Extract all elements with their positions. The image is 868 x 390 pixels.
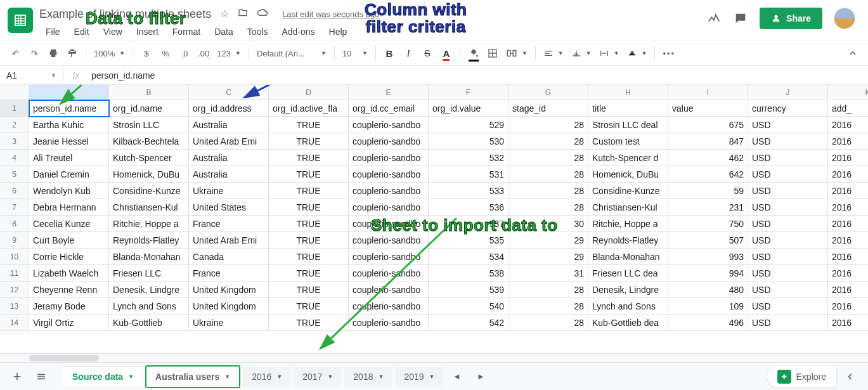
data-cell[interactable]: couplerio-sandbo (349, 133, 429, 150)
increase-decimals-button[interactable]: .00→ (195, 44, 212, 62)
data-cell[interactable]: USD (748, 133, 828, 150)
account-avatar[interactable] (834, 8, 855, 29)
data-cell[interactable]: Curt Boyle (29, 232, 109, 249)
data-cell[interactable]: couplerio-sandbo (349, 265, 429, 282)
data-cell[interactable]: 496 (668, 315, 748, 331)
data-cell[interactable]: TRUE (269, 232, 349, 249)
data-cell[interactable]: 530 (429, 133, 508, 150)
data-cell[interactable]: TRUE (269, 117, 349, 133)
data-cell[interactable]: 750 (668, 216, 748, 232)
menu-edit[interactable]: Edit (68, 24, 96, 39)
data-cell[interactable]: Reynolds-Flatley (588, 232, 668, 249)
data-cell[interactable]: Ukraine (189, 315, 269, 331)
data-cell[interactable]: TRUE (269, 199, 349, 216)
data-cell[interactable]: USD (748, 199, 828, 216)
data-cell[interactable]: couplerio-sandbo (349, 117, 429, 133)
data-cell[interactable]: 2016 (828, 298, 868, 315)
data-cell[interactable]: Christiansen-Kul (588, 199, 668, 216)
data-cell[interactable]: Cheyenne Renn (29, 282, 109, 298)
data-cell[interactable]: 109 (668, 298, 748, 315)
column-header[interactable]: B (109, 85, 189, 100)
data-cell[interactable]: USD (748, 150, 828, 166)
data-cell[interactable]: couplerio-sandbo (349, 282, 429, 298)
data-cell[interactable]: 535 (429, 232, 508, 249)
data-cell[interactable]: 2016 (828, 249, 868, 265)
menu-format[interactable]: Format (166, 24, 207, 39)
row-header[interactable]: 4 (0, 150, 29, 166)
data-cell[interactable]: Kub-Gottlieb (109, 315, 189, 331)
paint-format-button[interactable] (63, 44, 81, 62)
document-title[interactable]: Example of linking multiple sheets (39, 8, 211, 21)
name-box[interactable]: A1 ▼ (0, 66, 63, 85)
collapse-toolbar-button[interactable] (844, 44, 862, 62)
menu-view[interactable]: View (97, 24, 129, 39)
data-cell[interactable]: couplerio-sandbo (349, 298, 429, 315)
menu-data[interactable]: Data (208, 24, 240, 39)
data-cell[interactable]: Denesik, Lindgre (109, 282, 189, 298)
data-cell[interactable]: Friesen LLC dea (588, 265, 668, 282)
data-cell[interactable]: Strosin LLC deal (588, 117, 668, 133)
data-cell[interactable]: 2016 (828, 315, 868, 331)
data-cell[interactable]: Eartha Kuhic (29, 117, 109, 133)
spreadsheet-grid[interactable]: ABCDEFGHIJKL1person_id.nameorg_id.nameor… (0, 85, 868, 362)
data-cell[interactable]: couplerio-sandbo (349, 150, 429, 166)
data-cell[interactable]: 536 (429, 199, 508, 216)
column-header[interactable]: J (748, 85, 828, 100)
data-cell[interactable]: couplerio-sandbo (349, 199, 429, 216)
data-cell[interactable]: 29 (508, 249, 588, 265)
menu-file[interactable]: File (39, 24, 67, 39)
data-cell[interactable]: 30 (508, 216, 588, 232)
star-icon[interactable]: ☆ (220, 8, 229, 20)
data-cell[interactable]: 529 (429, 117, 508, 133)
row-header[interactable]: 6 (0, 183, 29, 199)
text-rotate-button[interactable]: ▼ (624, 44, 651, 62)
row-header[interactable]: 7 (0, 199, 29, 216)
data-cell[interactable]: Homenick, DuBu (109, 166, 189, 183)
data-cell[interactable]: Lynch and Sons (588, 298, 668, 315)
text-color-button[interactable]: A (437, 44, 455, 62)
data-cell[interactable]: 28 (508, 298, 588, 315)
row-header[interactable]: 13 (0, 298, 29, 315)
data-cell[interactable]: 538 (429, 265, 508, 282)
data-cell[interactable]: couplerio-sandbo (349, 183, 429, 199)
data-cell[interactable]: 28 (508, 133, 588, 150)
header-cell[interactable]: org_id.name (109, 100, 189, 117)
data-cell[interactable]: 993 (668, 249, 748, 265)
data-cell[interactable]: USD (748, 216, 828, 232)
explore-button[interactable]: ✦ Explore (767, 366, 836, 387)
data-cell[interactable]: Friesen LLC (109, 265, 189, 282)
comments-icon[interactable] (733, 11, 748, 26)
header-cell[interactable]: person_id.name (29, 100, 109, 117)
data-cell[interactable]: USD (748, 183, 828, 199)
data-cell[interactable]: 59 (668, 183, 748, 199)
data-cell[interactable]: TRUE (269, 249, 349, 265)
data-cell[interactable]: 28 (508, 199, 588, 216)
data-cell[interactable]: Corrie Hickle (29, 249, 109, 265)
data-cell[interactable]: Ritchie, Hoppe a (109, 216, 189, 232)
sheet-tab-2017[interactable]: 2017▼ (294, 367, 342, 387)
column-header[interactable]: H (588, 85, 668, 100)
row-header[interactable]: 10 (0, 249, 29, 265)
header-cell[interactable]: add_ (828, 100, 868, 117)
column-header[interactable]: A (29, 85, 109, 100)
data-cell[interactable]: France (189, 265, 269, 282)
header-cell[interactable]: org_id.value (429, 100, 508, 117)
data-cell[interactable]: TRUE (269, 298, 349, 315)
redo-button[interactable]: ↷ (25, 44, 43, 62)
data-cell[interactable]: Lynch and Sons (109, 298, 189, 315)
data-cell[interactable]: 28 (508, 117, 588, 133)
data-cell[interactable]: USD (748, 117, 828, 133)
row-header[interactable]: 9 (0, 232, 29, 249)
move-icon[interactable] (238, 8, 248, 20)
data-cell[interactable]: Australia (189, 117, 269, 133)
header-cell[interactable]: org_id.active_fla (269, 100, 349, 117)
horizontal-scrollbar[interactable] (0, 353, 868, 362)
column-header[interactable]: K (828, 85, 868, 100)
data-cell[interactable]: couplerio-sandbo (349, 166, 429, 183)
column-header[interactable]: C (189, 85, 269, 100)
data-cell[interactable]: USD (748, 249, 828, 265)
text-wrap-button[interactable]: ▼ (596, 44, 623, 62)
data-cell[interactable]: TRUE (269, 315, 349, 331)
data-cell[interactable]: 2016 (828, 232, 868, 249)
column-header[interactable]: F (429, 85, 508, 100)
